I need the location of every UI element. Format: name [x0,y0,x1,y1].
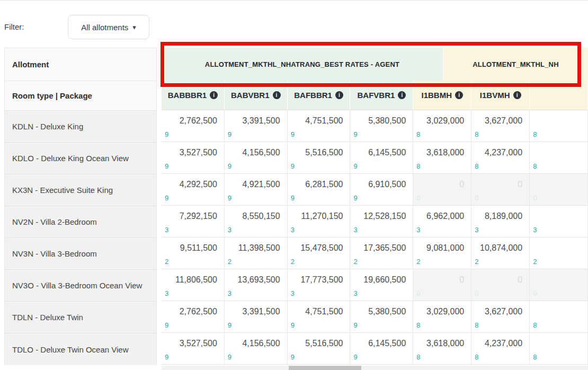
rate-value: 3,029,000 [426,307,464,316]
rate-cell[interactable]: 6,145,500 9 [350,333,413,365]
rate-value: 5,516,500 [305,148,343,157]
rate-value: 7,292,150 [180,212,217,221]
rate-cell[interactable]: 15,478,500 2 [288,237,351,269]
rate-cell[interactable]: 4,751,500 9 [288,110,351,142]
rate-value: 5,380,500 [368,307,406,316]
rate-cell[interactable]: 4,237,000 8 [471,333,530,365]
availability-count: 2 [416,258,420,266]
rate-cell[interactable]: 10,874,000 2 [471,237,530,269]
rate-cell[interactable]: 17,773,500 3 [288,269,351,301]
room-type-row-label: TDLO - Deluxe Twin Ocean View [5,333,156,365]
rate-cell[interactable]: 0 [530,269,588,301]
table-row: 7,292,150 3 8,550,150 3 11,270,150 3 12,… [162,206,588,237]
allotment-filter-dropdown[interactable]: All allotments ▾ [68,15,149,39]
rate-value: 4,751,500 [305,307,343,316]
rate-cell[interactable]: 6,145,500 9 [350,142,413,174]
availability-count: 2 [475,258,478,266]
row-label-column: Allotment Room type | Package KDLN - Del… [4,48,157,365]
rate-cell[interactable]: 4,156,500 9 [225,142,288,174]
rate-cell[interactable]: 12,528,150 3 [350,206,413,237]
info-icon[interactable]: i [210,91,218,99]
rate-cell[interactable]: 4,237,000 8 [471,142,530,174]
rate-cell[interactable]: 19,660,500 3 [350,269,413,301]
rate-cell[interactable]: 5,380,500 9 [350,110,413,142]
room-type-text: TDLO - Deluxe Twin Ocean View [12,345,129,354]
rate-cell[interactable]: 8 [530,301,588,333]
info-icon[interactable]: i [455,91,463,99]
rate-cell[interactable]: 8 [530,110,588,142]
rate-cell[interactable]: 2,762,500 9 [162,301,225,333]
availability-count: 9 [165,194,168,202]
rate-value: 0 [459,180,464,189]
rate-cell[interactable]: 4,921,500 9 [225,174,288,206]
room-type-text: TDLN - Deluxe Twin [12,313,83,322]
table-row: 2,762,500 9 3,391,500 9 4,751,500 9 5,38… [162,110,588,142]
room-type-text: NV3N - Villa 3-Bedroom [12,249,97,258]
availability-count: 9 [291,353,295,361]
rate-value: 11,270,150 [301,212,343,221]
rate-code-column-header: BABVBR1 i [225,81,288,110]
rate-cell[interactable]: 4,292,500 9 [162,174,225,206]
room-type-row-label: KX3N - Executive Suite King [5,174,156,206]
rate-cell[interactable]: 3,618,000 8 [413,333,471,365]
room-type-text: NV3O - Villa 3-Bedroom Ocean View [12,281,142,290]
allotment-corner-header: Allotment [5,48,156,81]
info-icon[interactable]: i [273,91,281,99]
rate-cell[interactable]: 4,156,500 9 [225,333,288,365]
rate-cell[interactable]: 7,292,150 3 [162,206,225,237]
rate-cell[interactable]: 13,693,500 3 [225,269,288,301]
availability-count: 8 [475,353,478,361]
rate-cell[interactable]: 8,550,150 3 [225,206,288,237]
rate-cell[interactable]: 8 [530,333,588,365]
rate-cell[interactable]: 11,398,500 2 [225,237,288,269]
availability-count: 9 [353,194,357,202]
rate-cell[interactable]: 3,391,500 9 [225,301,288,333]
rate-cell[interactable]: 5,516,500 9 [288,333,351,365]
availability-count: 9 [165,162,168,170]
rate-value: 3,391,500 [242,116,280,126]
rate-cell[interactable]: 3,527,500 9 [162,142,225,174]
rate-cell[interactable]: 0 0 [471,269,530,301]
rate-cell[interactable]: 4,751,500 9 [288,301,351,333]
rate-value: 6,145,500 [368,339,406,348]
horizontal-scrollbar-thumb[interactable] [289,366,361,370]
rate-cell[interactable]: 11,270,150 3 [288,206,351,237]
rate-cell[interactable]: 3,029,000 8 [413,110,471,142]
rate-cell[interactable]: 5,380,500 9 [350,301,413,333]
horizontal-scrollbar[interactable] [162,366,588,370]
rate-cell[interactable]: 11,806,500 3 [162,269,225,301]
rate-cell[interactable]: 3,627,000 8 [471,301,530,333]
rate-cell[interactable]: 3,627,000 8 [471,110,530,142]
rate-code-label: BABBBR1 [168,91,207,100]
info-icon[interactable]: i [513,91,521,99]
rate-cell[interactable]: 6,281,500 9 [288,174,351,206]
rate-cell[interactable]: 6,910,500 9 [350,174,413,206]
info-icon[interactable]: i [398,91,406,99]
availability-count: 9 [165,321,168,329]
rate-cell[interactable]: 3 [530,206,588,237]
rate-cell[interactable]: 2,762,500 9 [162,110,225,142]
rate-cell[interactable]: 0 0 [471,174,530,206]
rate-cell[interactable]: 8 [530,142,588,174]
rate-cell[interactable]: 2 [530,237,588,269]
rate-cell[interactable]: 8,189,000 3 [471,206,530,237]
availability-count: 0 [416,194,420,202]
rate-cell[interactable]: 5,516,500 9 [288,142,351,174]
rate-cell[interactable]: 3,029,000 8 [413,301,471,333]
rate-cell[interactable]: 3,527,500 9 [162,333,225,365]
availability-count: 8 [475,130,478,138]
rate-cell[interactable]: 0 0 [413,174,471,206]
info-icon[interactable]: i [335,91,343,99]
rate-code-label: BAFBBR1 [294,91,332,100]
rate-cell[interactable]: 0 [530,174,588,206]
rate-cell[interactable]: 0 0 [413,269,471,301]
rate-cell[interactable]: 17,365,500 2 [350,237,413,269]
rate-cell[interactable]: 9,081,000 2 [413,237,471,269]
rate-value: 9,081,000 [426,243,464,253]
filter-label: Filter: [4,22,24,31]
rate-cell[interactable]: 6,962,000 3 [413,206,471,237]
rate-cell[interactable]: 9,511,500 2 [162,237,225,269]
rate-cell[interactable]: 3,618,000 8 [413,142,471,174]
room-type-row-label: NV3N - Villa 3-Bedroom [5,238,156,270]
rate-cell[interactable]: 3,391,500 9 [225,110,288,142]
